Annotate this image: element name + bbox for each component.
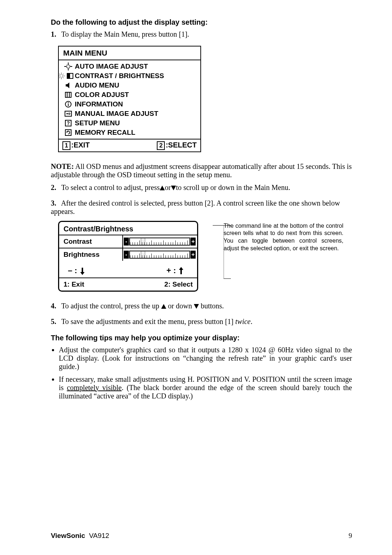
footer-model: VA912 — [89, 532, 109, 539]
step-4: 4. To adjust the control, press the up o… — [51, 302, 352, 310]
svg-point-24 — [66, 113, 68, 114]
step-5-text-b: . — [250, 317, 252, 325]
svg-rect-17 — [65, 92, 71, 97]
note-body: All OSD menus and adjustment screens dis… — [51, 162, 352, 179]
svg-marker-16 — [66, 82, 69, 88]
ctrl-foot-select: 2: Select — [164, 280, 193, 288]
ctrl-label-brightness: Brightness — [59, 248, 123, 261]
ctrl-title: Contrast/Brightness — [59, 222, 197, 235]
step-4-text-c: buttons. — [199, 302, 224, 310]
slider-track — [129, 238, 190, 246]
menu-item-label: INFORMATION — [75, 100, 123, 108]
svg-line-10 — [59, 74, 60, 74]
tips-list: Adjust the computer's graphics card so t… — [51, 346, 352, 400]
menu-item-info: INFORMATION — [59, 100, 200, 109]
menu-item-label: CONTRAST / BRIGHTNESS — [75, 72, 164, 80]
menu-item-label: AUDIO MENU — [75, 81, 119, 89]
triangle-up-icon — [161, 304, 166, 309]
step-2-text-b: or — [165, 183, 171, 191]
footer-exit-label: :EXIT — [71, 141, 90, 149]
ctrl-footer: 1: Exit 2: Select — [59, 278, 197, 291]
ctrl-plus-up: + : — [167, 266, 184, 275]
step-5: 5. To save the adjustments and exit the … — [51, 317, 352, 326]
slider: - + — [124, 238, 196, 246]
recall-icon — [62, 128, 75, 137]
tip-item-2: If necessary, make small adjustments usi… — [59, 375, 352, 400]
main-menu-footer: 1:EXIT 2:SELECT — [59, 139, 200, 151]
step-1: 1. To display the Main Menu, press butto… — [51, 30, 352, 39]
menu-item-manual: MANUAL IMAGE ADJUST — [59, 109, 200, 118]
footer-select-label: :SELECT — [166, 141, 197, 149]
menu-item-recall: MEMORY RECALL — [59, 128, 200, 137]
step-1-num: 1. — [51, 30, 60, 39]
svg-point-25 — [69, 113, 70, 114]
section-heading-1: Do the following to adjust the display s… — [51, 18, 352, 27]
slider: - + — [124, 251, 196, 259]
step-2: 2. To select a control to adjust, presso… — [51, 183, 352, 192]
ctrl-slider-brightness: - + — [123, 249, 197, 260]
svg-rect-22 — [68, 104, 69, 106]
step-2-num: 2. — [51, 183, 60, 192]
tip-2-underline: completely visible — [67, 384, 122, 392]
triangle-down-icon — [194, 304, 199, 309]
note-paragraph: NOTE: All OSD menus and adjustment scree… — [51, 162, 352, 179]
minus-label: – : — [68, 266, 79, 275]
svg-rect-23 — [65, 111, 72, 116]
question-box-icon: ? — [62, 119, 75, 127]
ctrl-arrows-row: – : + : — [59, 261, 197, 278]
arrow-down-icon — [79, 267, 85, 275]
footer-brand-model: ViewSonic VA912 — [51, 532, 109, 540]
svg-text:?: ? — [67, 120, 70, 126]
menu-item-setup: ? SETUP MENU — [59, 118, 200, 128]
footer-brand: ViewSonic — [51, 532, 85, 539]
plus-label: + : — [167, 266, 178, 275]
menu-item-audio: AUDIO MENU — [59, 81, 200, 90]
main-menu-title: MAIN MENU — [59, 46, 200, 60]
footer-page-num: 9 — [349, 532, 352, 540]
color-bars-icon — [62, 90, 75, 99]
menu-item-color: COLOR ADJUST — [59, 90, 200, 100]
svg-marker-29 — [66, 131, 68, 133]
step-5-text-a: To save the adjustments and exit the men… — [61, 317, 236, 325]
menu-item-auto-image: AUTO IMAGE ADJUST — [59, 62, 200, 71]
step-2-text-c: to scroll up or down in the Main Menu. — [176, 183, 290, 191]
step-3: 3. After the desired control is selected… — [51, 199, 352, 216]
note-prefix: NOTE: — [51, 162, 74, 170]
step-5-num: 5. — [51, 317, 60, 326]
step-3-text: After the desired control is selected, p… — [51, 199, 340, 215]
sliders-icon — [62, 109, 75, 118]
info-icon — [62, 100, 75, 109]
key-2-icon: 2 — [157, 141, 165, 150]
menu-item-label: SETUP MENU — [75, 119, 120, 127]
minus-icon: - — [124, 251, 129, 259]
sun-contrast-icon — [57, 72, 75, 80]
step-1-text: To display the Main Menu, press button [… — [61, 30, 189, 38]
menu-item-contrast: CONTRAST / BRIGHTNESS — [59, 71, 200, 81]
ctrl-minus-down: – : — [68, 266, 85, 275]
ctrl-row-contrast: Contrast - + — [59, 235, 197, 248]
step-2-text-a: To select a control to adjust, press — [61, 183, 160, 191]
svg-line-11 — [63, 77, 64, 78]
plus-icon: + — [191, 238, 196, 246]
crosshair-icon — [62, 62, 75, 71]
svg-marker-31 — [80, 272, 85, 275]
menu-item-label: AUTO IMAGE ADJUST — [75, 62, 148, 70]
callout-text: The command line at the bottom of the co… — [224, 221, 343, 252]
main-menu-diagram: MAIN MENU AUTO IMAGE ADJUST CONTRAST / B… — [58, 46, 201, 152]
svg-point-21 — [68, 102, 69, 104]
svg-rect-15 — [67, 73, 70, 78]
main-menu-body: AUTO IMAGE ADJUST CONTRAST / BRIGHTNESS … — [59, 60, 200, 139]
ctrl-row-brightness: Brightness - + — [59, 248, 197, 261]
step-4-num: 4. — [51, 302, 60, 310]
slider-track — [129, 251, 190, 259]
step-4-text-b: or down — [166, 302, 194, 310]
minus-icon: - — [124, 238, 129, 246]
step-3-num: 3. — [51, 199, 60, 207]
control-panel-diagram: Contrast/Brightness Contrast - + Brightn… — [58, 221, 198, 292]
svg-line-12 — [59, 77, 60, 78]
ctrl-label-contrast: Contrast — [59, 235, 123, 248]
menu-item-label: COLOR ADJUST — [75, 91, 129, 99]
section-heading-2: The following tips may help you optimize… — [51, 334, 352, 342]
menu-item-label: MANUAL IMAGE ADJUST — [75, 110, 158, 118]
svg-marker-33 — [179, 267, 183, 270]
